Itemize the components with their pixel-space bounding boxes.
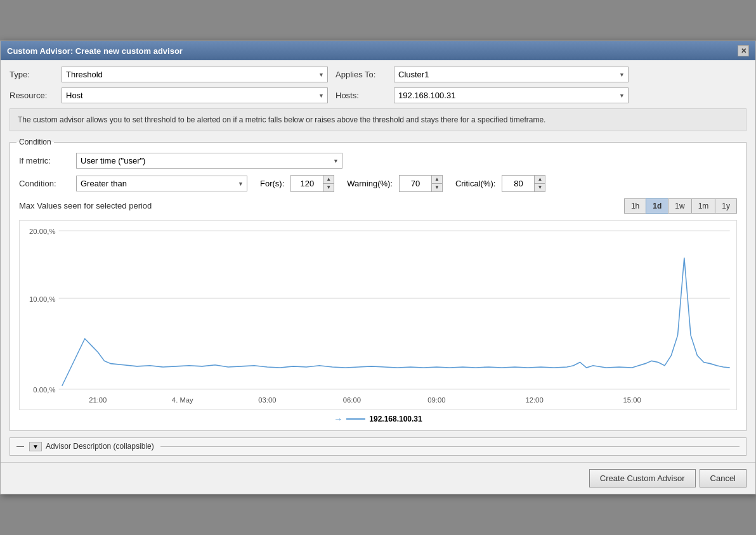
- desc-divider: [160, 446, 740, 447]
- advisor-description: — ▼ Advisor Description (collapsible): [10, 437, 746, 456]
- warning-up-btn[interactable]: ▲: [432, 176, 442, 184]
- for-up-btn[interactable]: ▲: [323, 176, 334, 184]
- warning-input[interactable]: [400, 177, 431, 190]
- hosts-label: Hosts:: [336, 91, 386, 100]
- svg-text:4. May: 4. May: [172, 396, 193, 404]
- metric-row: If metric: User time ("user"): [19, 153, 737, 169]
- advisor-desc-label: Advisor Description (collapsible): [46, 442, 154, 451]
- condition-legend: Condition: [16, 138, 54, 146]
- type-select[interactable]: Threshold: [62, 67, 328, 82]
- for-spinner[interactable]: ▲ ▼: [290, 175, 334, 191]
- svg-text:06:00: 06:00: [343, 396, 361, 404]
- period-buttons: 1h 1d 1w 1m 1y: [625, 198, 737, 214]
- cancel-button[interactable]: Cancel: [700, 469, 746, 487]
- dialog-body: Type: Threshold Applies To: Cluster1 Res…: [1, 60, 755, 461]
- chart-title: Max Values seen for selected period: [19, 201, 152, 210]
- hosts-select-wrapper[interactable]: 192.168.100.31: [394, 87, 629, 103]
- type-select-wrapper[interactable]: Threshold: [62, 67, 328, 82]
- chart-controls: Max Values seen for selected period 1h 1…: [19, 198, 737, 214]
- critical-input[interactable]: [502, 177, 534, 190]
- dialog-titlebar: Custom Advisor: Create new custom adviso…: [1, 41, 755, 60]
- applies-to-label: Applies To:: [336, 70, 386, 79]
- period-1w[interactable]: 1w: [668, 198, 691, 214]
- svg-text:0.00,%: 0.00,%: [33, 386, 55, 394]
- warning-label: Warning(%):: [347, 179, 393, 188]
- legend-arrow: →: [334, 414, 342, 424]
- period-1y[interactable]: 1y: [715, 198, 737, 214]
- warning-down-btn[interactable]: ▼: [432, 184, 442, 191]
- legend-label: 192.168.100.31: [369, 415, 422, 423]
- resource-select-wrapper[interactable]: Host: [62, 87, 328, 103]
- warning-spinner[interactable]: ▲ ▼: [399, 175, 443, 191]
- close-button[interactable]: ✕: [738, 45, 749, 56]
- critical-down-btn[interactable]: ▼: [535, 184, 545, 191]
- metric-select-wrapper[interactable]: User time ("user"): [76, 153, 342, 169]
- chart-area: 20.00,% 10.00,% 0.00,% 21:00 4. May 03:0…: [19, 220, 737, 410]
- dialog: Custom Advisor: Create new custom adviso…: [0, 41, 756, 494]
- period-1m[interactable]: 1m: [691, 198, 716, 214]
- chart-legend: → 192.168.100.31: [19, 414, 737, 424]
- svg-text:09:00: 09:00: [427, 396, 445, 404]
- svg-text:03:00: 03:00: [258, 396, 276, 404]
- hosts-select[interactable]: 192.168.100.31: [394, 87, 629, 103]
- desc-toggle-button[interactable]: ▼: [29, 442, 42, 451]
- resource-hosts-row: Resource: Host Hosts: 192.168.100.31: [10, 87, 746, 103]
- for-label: For(s):: [260, 179, 284, 188]
- info-box: The custom advisor allows you to set thr…: [10, 108, 746, 131]
- resource-label: Resource:: [10, 91, 54, 100]
- chart-svg: 20.00,% 10.00,% 0.00,% 21:00 4. May 03:0…: [20, 221, 736, 409]
- critical-spinner[interactable]: ▲ ▼: [502, 175, 545, 191]
- legend-line: [346, 418, 365, 420]
- svg-text:10.00,%: 10.00,%: [29, 295, 55, 302]
- metric-select[interactable]: User time ("user"): [76, 153, 342, 169]
- svg-text:15:00: 15:00: [623, 396, 641, 404]
- resource-select[interactable]: Host: [62, 87, 328, 103]
- if-metric-label: If metric:: [19, 156, 70, 165]
- for-down-btn[interactable]: ▼: [323, 184, 334, 191]
- condition-select[interactable]: Greater than: [76, 176, 247, 191]
- svg-text:20.00,%: 20.00,%: [29, 228, 55, 235]
- condition-label: Condition:: [19, 179, 70, 188]
- period-1h[interactable]: 1h: [624, 198, 646, 214]
- svg-text:12:00: 12:00: [525, 396, 543, 404]
- dialog-title: Custom Advisor: Create new custom adviso…: [7, 46, 183, 56]
- condition-fieldset: Condition If metric: User time ("user") …: [10, 138, 746, 430]
- condition-row: Condition: Greater than For(s): ▲ ▼ Warn…: [19, 175, 737, 191]
- dialog-footer: Create Custom Advisor Cancel: [1, 462, 755, 494]
- for-input[interactable]: [291, 177, 323, 190]
- applies-to-select-wrapper[interactable]: Cluster1: [394, 67, 629, 82]
- critical-up-btn[interactable]: ▲: [535, 176, 545, 184]
- create-custom-advisor-button[interactable]: Create Custom Advisor: [589, 469, 696, 487]
- dash-icon: —: [16, 442, 24, 451]
- type-label: Type:: [10, 70, 54, 79]
- period-1d[interactable]: 1d: [646, 198, 668, 214]
- svg-text:21:00: 21:00: [89, 396, 107, 404]
- condition-select-wrapper[interactable]: Greater than: [76, 176, 247, 191]
- type-appliesTo-row: Type: Threshold Applies To: Cluster1: [10, 67, 746, 82]
- applies-to-select[interactable]: Cluster1: [394, 67, 629, 82]
- critical-label: Critical(%):: [455, 179, 496, 188]
